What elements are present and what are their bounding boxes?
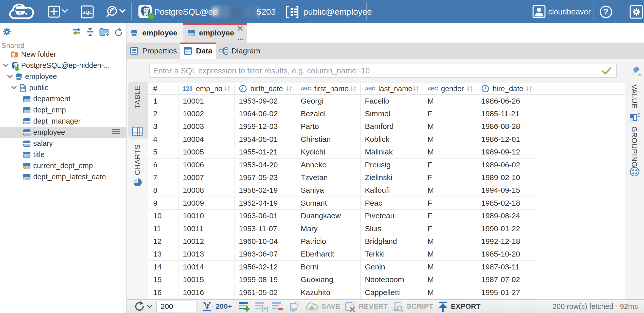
cell-last_name[interactable]: Koblick <box>361 133 423 146</box>
cell-emp_no[interactable]: 10010 <box>178 210 235 222</box>
cell-hire_date[interactable]: 1992-12-18 <box>477 235 536 248</box>
cell-hire_date[interactable]: 1986-06-26 <box>477 95 536 107</box>
cell-emp_no[interactable]: 10008 <box>178 184 235 197</box>
column-header-gender[interactable]: ABC gender <box>423 83 477 94</box>
cell-last_name[interactable]: Bridgland <box>361 235 423 248</box>
user-name[interactable]: cloudbeaver <box>548 0 591 23</box>
cell-first_name[interactable]: Duangkaew <box>296 210 361 222</box>
duplicate-row-icon[interactable]: (+) <box>255 301 268 312</box>
cell-gender[interactable]: M <box>423 120 477 133</box>
column-header-hire_date[interactable]: hire_date <box>477 83 536 94</box>
tree-item-employee[interactable]: employee <box>0 71 126 82</box>
cell-emp_no[interactable]: 10013 <box>178 248 235 261</box>
column-header-last_name[interactable]: ABC last_name <box>361 83 423 94</box>
rail-tab-charts[interactable]: CHARTS <box>133 144 142 175</box>
cell-hire_date[interactable]: 1985-10-20 <box>477 248 536 261</box>
cell-gender[interactable]: M <box>423 95 477 107</box>
refresh-results-icon[interactable] <box>134 301 145 312</box>
cell-emp_no[interactable]: 10011 <box>178 222 235 235</box>
row-number-cell[interactable]: 1 <box>148 95 178 107</box>
cell-emp_no[interactable]: 10012 <box>178 235 235 248</box>
tree-item-dept-emp-latest-date[interactable]: dept_emp_latest_date <box>0 171 126 182</box>
cell-gender[interactable]: F <box>423 171 477 184</box>
cell-hire_date[interactable]: 1989-06-02 <box>477 159 536 171</box>
cell-gender[interactable]: F <box>423 210 477 222</box>
cell-hire_date[interactable]: 1989-02-10 <box>477 171 536 184</box>
close-tab-icon[interactable] <box>237 25 244 32</box>
cell-emp_no[interactable]: 10015 <box>178 273 235 286</box>
cell-hire_date[interactable]: 1986-08-28 <box>477 120 536 133</box>
cell-first_name[interactable]: Chirstian <box>296 133 361 146</box>
cell-emp_no[interactable]: 10009 <box>178 197 235 209</box>
cell-hire_date[interactable]: 1990-01-22 <box>477 222 536 235</box>
delete-row-icon[interactable] <box>272 301 283 312</box>
subtab-data[interactable]: Data <box>180 43 216 59</box>
cell-last_name[interactable]: Genin <box>361 261 423 273</box>
row-number-cell[interactable]: 7 <box>148 171 178 184</box>
cell-last_name[interactable]: Zielinski <box>361 171 423 184</box>
sidebar-settings-gear-icon[interactable] <box>2 27 12 36</box>
row-number-cell[interactable]: 3 <box>148 120 178 133</box>
cell-birth_date[interactable]: 1964-06-02 <box>235 107 296 120</box>
cell-gender[interactable]: M <box>423 235 477 248</box>
cell-gender[interactable]: F <box>423 222 477 235</box>
cell-birth_date[interactable]: 1953-04-20 <box>235 159 296 171</box>
cell-last_name[interactable]: Nooteboom <box>361 273 423 286</box>
row-number-cell[interactable]: 8 <box>148 184 178 197</box>
cell-first_name[interactable]: Tzvetan <box>296 171 361 184</box>
cell-gender[interactable]: M <box>423 261 477 273</box>
editor-tab-employee-table[interactable]: employee <box>183 23 247 43</box>
cell-first_name[interactable]: Kyoichi <box>296 146 361 159</box>
settings-gear-icon[interactable] <box>630 5 643 19</box>
tree-item-employee[interactable]: employee <box>0 127 126 138</box>
cell-emp_no[interactable]: 10007 <box>178 171 235 184</box>
row-number-cell[interactable]: 13 <box>148 248 178 261</box>
cell-last_name[interactable]: Facello <box>361 95 423 107</box>
new-connection-chevron-icon[interactable] <box>62 9 68 13</box>
cell-emp_no[interactable]: 10001 <box>178 95 235 107</box>
help-icon[interactable]: ? <box>599 5 613 18</box>
cell-birth_date[interactable]: 1954-05-01 <box>235 133 296 146</box>
cell-gender[interactable]: F <box>423 197 477 209</box>
cell-birth_date[interactable]: 1953-09-02 <box>235 95 296 107</box>
cell-first_name[interactable]: Kazuhito <box>296 286 361 299</box>
column-header-birth_date[interactable]: birth_date <box>235 83 296 94</box>
cell-gender[interactable]: F <box>423 159 477 171</box>
cell-hire_date[interactable]: 1989-08-24 <box>477 210 536 222</box>
revert-button[interactable]: REVERT <box>344 301 388 312</box>
cell-first_name[interactable]: Eberhardt <box>296 248 361 261</box>
cell-hire_date[interactable]: 1985-11-21 <box>477 107 536 120</box>
cell-gender[interactable]: F <box>423 107 477 120</box>
cell-emp_no[interactable]: 10005 <box>178 146 235 159</box>
cell-hire_date[interactable]: 1995-01-27 <box>477 286 536 299</box>
cell-birth_date[interactable]: 1957-05-23 <box>235 171 296 184</box>
cell-emp_no[interactable]: 10006 <box>178 159 235 171</box>
table-view-icon[interactable] <box>132 126 143 137</box>
sql-filter-input[interactable] <box>149 64 597 78</box>
row-number-cell[interactable]: 5 <box>148 146 178 159</box>
refresh-chevron-icon[interactable] <box>147 305 152 308</box>
connection-name[interactable]: PostgreSQL@ep <box>154 0 218 23</box>
cell-birth_date[interactable]: 1959-08-19 <box>235 273 296 286</box>
schema-selector[interactable]: public@employee <box>303 0 372 23</box>
cell-hire_date[interactable]: 1987-07-02 <box>477 273 536 286</box>
cell-birth_date[interactable]: 1952-04-19 <box>235 197 296 209</box>
collapse-all-icon[interactable] <box>85 28 95 36</box>
cell-emp_no[interactable]: 10016 <box>178 286 235 299</box>
column-header-emp_no[interactable]: 123 emp_no <box>178 83 235 94</box>
row-number-cell[interactable]: 9 <box>148 197 178 209</box>
cell-birth_date[interactable]: 1963-06-07 <box>235 248 296 261</box>
cell-birth_date[interactable]: 1956-02-12 <box>235 261 296 273</box>
charts-pie-icon[interactable] <box>133 178 142 187</box>
cell-last_name[interactable]: Simmel <box>361 107 423 120</box>
tree-expand-chevron-icon[interactable] <box>11 84 19 91</box>
row-number-cell[interactable]: 15 <box>148 273 178 286</box>
grid-corner-cell[interactable]: # <box>148 83 178 94</box>
cell-last_name[interactable]: Kalloufi <box>361 184 423 197</box>
new-connection-button[interactable] <box>48 6 60 18</box>
cell-first_name[interactable]: Berni <box>296 261 361 273</box>
rail-tab-grouping[interactable]: GROUPING <box>630 126 638 167</box>
refresh-tree-icon[interactable] <box>114 28 123 37</box>
user-icon[interactable] <box>532 5 546 18</box>
cell-last_name[interactable]: Terkki <box>361 248 423 261</box>
